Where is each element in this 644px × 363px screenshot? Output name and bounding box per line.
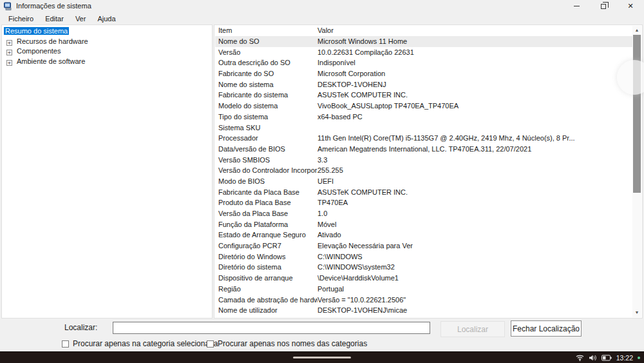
taskbar[interactable]: 13:22 xyxy=(0,351,644,363)
table-row[interactable]: Tipo do sistemax64-based PC xyxy=(215,112,632,123)
close-find-button[interactable]: Fechar Localização xyxy=(511,320,582,337)
table-row[interactable]: Estado de Arranque SeguroAtivado xyxy=(215,230,632,240)
tree-item-label: Resumo do sistema xyxy=(4,27,69,35)
item-cell: Modelo do sistema xyxy=(215,101,317,112)
item-cell: Fabricante do SO xyxy=(215,68,317,79)
restore-icon xyxy=(601,4,606,9)
value-cell: Elevação Necessária para Ver xyxy=(317,240,632,251)
expand-plus-icon[interactable]: + xyxy=(6,60,12,66)
item-cell: Função da Plataforma xyxy=(215,219,317,230)
taskbar-clock[interactable]: 13:22 xyxy=(616,354,633,362)
table-row[interactable]: Modo de BIOSUEFI xyxy=(215,176,632,187)
app-icon xyxy=(4,2,12,10)
table-row[interactable]: Camada de abstração de hardw...Versão = … xyxy=(215,295,632,306)
item-cell: Região xyxy=(215,284,317,295)
table-row[interactable]: Nome de utilizadorDESKTOP-1VOHENJ\micae xyxy=(215,305,632,316)
item-cell: Versão do Controlador Incorpor... xyxy=(215,165,317,176)
menu-ficheiro[interactable]: Ficheiro xyxy=(3,14,39,25)
minimize-icon xyxy=(574,6,580,6)
checkbox-icon[interactable] xyxy=(62,340,69,348)
item-cell: Sistema SKU xyxy=(215,123,317,133)
value-cell: Ativado xyxy=(317,230,632,240)
item-cell: Fabricante da Placa Base xyxy=(215,187,317,198)
table-row[interactable]: Fabricante do SOMicrosoft Corporation xyxy=(215,68,632,79)
scroll-down-icon[interactable]: ▼ xyxy=(632,308,641,317)
restore-button[interactable] xyxy=(590,0,617,12)
tree-item-label: Ambiente de software xyxy=(15,57,86,65)
sidebar-item-ambiente-de-software[interactable]: +Ambiente de software xyxy=(2,57,212,67)
item-cell: Diretório do sistema xyxy=(215,262,317,273)
table-row[interactable]: Processador11th Gen Intel(R) Core(TM) i5… xyxy=(215,133,632,144)
expand-plus-icon[interactable]: + xyxy=(6,40,12,46)
find-options: Procurar apenas na categoria selecionada… xyxy=(0,339,644,348)
table-row[interactable]: Diretório do WindowsC:\WINDOWS xyxy=(215,251,632,262)
sidebar-item-recursos-de-hardware[interactable]: +Recursos de hardware xyxy=(2,37,212,47)
table-row[interactable]: Diretório do sistemaC:\WINDOWS\system32 xyxy=(215,262,632,273)
menu-editar[interactable]: Editar xyxy=(39,14,70,25)
notification-dot-icon[interactable] xyxy=(638,357,640,359)
scrollbar-thumb[interactable] xyxy=(633,35,641,193)
table-row[interactable]: Fabricante da Placa BaseASUSTeK COMPUTER… xyxy=(215,187,632,198)
item-cell: Data/versão de BIOS xyxy=(215,144,317,155)
taskbar-handle[interactable] xyxy=(293,357,351,358)
item-cell: Dispositivo de arranque xyxy=(215,273,317,284)
table-row[interactable]: Versão10.0.22631 Compilação 22631 xyxy=(215,47,632,58)
table-row[interactable]: Versão SMBIOS3.3 xyxy=(215,155,632,166)
table-row[interactable]: Função da PlataformaMóvel xyxy=(215,219,632,230)
wifi-icon[interactable] xyxy=(576,354,584,362)
item-cell: Fabricante do sistema xyxy=(215,90,317,101)
table-row[interactable]: Configuração PCR7Elevação Necessária par… xyxy=(215,240,632,251)
sidebar-item-resumo-do-sistema[interactable]: Resumo do sistema xyxy=(2,26,212,37)
menu-ajuda[interactable]: Ajuda xyxy=(91,14,121,25)
find-input[interactable] xyxy=(113,322,430,334)
value-cell: Indisponível xyxy=(317,57,632,68)
value-cell: \Device\HarddiskVolume1 xyxy=(317,273,632,284)
value-cell: C:\WINDOWS xyxy=(317,251,632,262)
table-row[interactable]: Nome do sistemaDESKTOP-1VOHENJ xyxy=(215,79,632,90)
value-cell: American Megatrends International, LLC. … xyxy=(317,144,632,155)
value-cell: Versão = "10.0.22621.2506" xyxy=(317,295,632,306)
title-bar: Informações de sistema ✕ xyxy=(0,0,644,12)
value-cell xyxy=(317,123,632,133)
item-cell: Processador xyxy=(215,133,317,144)
value-cell: 3.3 xyxy=(317,155,632,166)
item-cell: Configuração PCR7 xyxy=(215,240,317,251)
value-cell: Microsoft Windows 11 Home xyxy=(317,36,632,47)
find-button[interactable]: Localizar xyxy=(440,321,505,337)
table-row[interactable]: Sistema SKU xyxy=(215,123,632,133)
scroll-up-icon[interactable]: ▲ xyxy=(632,26,641,35)
checkbox-selected-category[interactable]: Procurar apenas na categoria selecionada xyxy=(62,339,218,348)
value-cell: Móvel xyxy=(317,219,632,230)
tree-item-label: Recursos de hardware xyxy=(15,37,90,45)
table-row[interactable]: Data/versão de BIOSAmerican Megatrends I… xyxy=(215,144,632,155)
value-cell: C:\WINDOWS\system32 xyxy=(317,262,632,273)
item-cell: Tipo do sistema xyxy=(215,112,317,123)
menu-ver[interactable]: Ver xyxy=(70,14,92,25)
expand-plus-icon[interactable]: + xyxy=(6,50,12,55)
speaker-icon[interactable] xyxy=(589,354,597,362)
sidebar-item-componentes[interactable]: +Componentes xyxy=(2,46,212,57)
minimize-button[interactable] xyxy=(563,0,590,12)
checkbox-icon[interactable] xyxy=(207,340,214,348)
column-header-valor[interactable]: Valor xyxy=(317,25,642,36)
column-header-item[interactable]: Item xyxy=(214,25,317,36)
table-header: Item Valor xyxy=(214,25,642,36)
table-row[interactable]: Outra descrição do SOIndisponível xyxy=(215,57,632,68)
table-row[interactable]: Fabricante do sistemaASUSTeK COMPUTER IN… xyxy=(215,90,632,101)
table-row[interactable]: Versão do Controlador Incorpor...255.255 xyxy=(215,165,632,176)
category-tree: Resumo do sistema+Recursos de hardware+C… xyxy=(1,25,213,319)
item-cell: Nome de utilizador xyxy=(215,305,317,316)
tree-item-label: Componentes xyxy=(15,47,62,55)
value-cell: Portugal xyxy=(317,284,632,295)
value-cell: ASUSTeK COMPUTER INC. xyxy=(317,90,632,101)
table-row[interactable]: Produto da Placa BaseTP470EA xyxy=(215,197,632,208)
window-controls: ✕ xyxy=(563,0,644,12)
table-row[interactable]: Dispositivo de arranque\Device\HarddiskV… xyxy=(215,273,632,284)
table-row[interactable]: Modelo do sistemaVivoBook_ASUSLaptop TP4… xyxy=(215,101,632,112)
table-row[interactable]: RegiãoPortugal xyxy=(215,284,632,295)
table-row[interactable]: Nome do SOMicrosoft Windows 11 Home xyxy=(215,36,632,47)
table-row[interactable]: Versão da Placa Base1.0 xyxy=(215,208,632,219)
battery-icon[interactable] xyxy=(601,355,612,361)
close-button[interactable]: ✕ xyxy=(617,0,644,12)
checkbox-category-names[interactable]: Procurar apenas nos nomes das categorias xyxy=(207,339,367,348)
